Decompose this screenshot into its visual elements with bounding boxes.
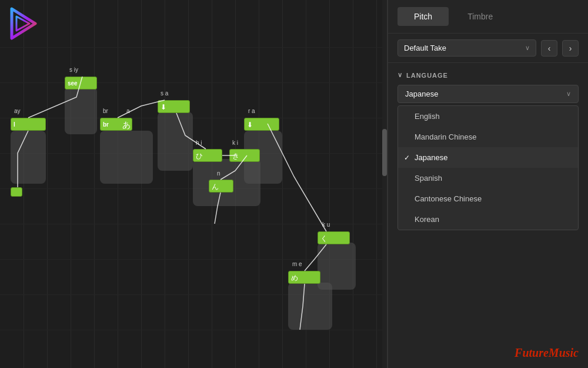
language-option-korean[interactable]: Korean: [398, 209, 578, 230]
toolbar: Pitch Timbre: [388, 0, 588, 34]
right-panel: Pitch Timbre Default Take ∨ ‹ › ∨ LANGUA…: [388, 0, 588, 368]
cantonese-label: Cantonese Chinese: [415, 194, 482, 203]
language-dropdown: English Mandarin Chinese ✓ Japanese Span…: [397, 105, 579, 230]
phoneme-hi: h i: [196, 140, 202, 146]
language-chevron-icon: ∨: [566, 90, 571, 98]
note-hi[interactable]: ひ: [193, 149, 222, 162]
section-collapse-icon[interactable]: ∨: [397, 71, 403, 79]
waveform-6: [288, 283, 332, 330]
waveform-2: [100, 131, 153, 184]
phoneme-siy: s iy: [69, 67, 78, 73]
scrollbar-track[interactable]: [382, 0, 387, 368]
waveform-7: [318, 243, 356, 290]
note-ku[interactable]: く: [318, 231, 350, 244]
note-ki[interactable]: き: [229, 149, 260, 162]
phoneme-sa: s a: [161, 90, 168, 97]
next-take-btn[interactable]: ›: [562, 40, 579, 57]
language-option-mandarin[interactable]: Mandarin Chinese: [398, 127, 578, 147]
english-label: English: [415, 112, 440, 121]
note-low[interactable]: [11, 187, 22, 197]
waveform-3: [158, 112, 193, 171]
note-see[interactable]: see: [65, 77, 97, 89]
scrollbar-thumb[interactable]: [382, 129, 387, 176]
take-row: Default Take ∨ ‹ ›: [388, 34, 588, 63]
waveform-1: [11, 131, 46, 184]
note-me[interactable]: め: [288, 271, 320, 284]
piano-roll[interactable]: see s iy I ay br br あ a ⬇ s a ⬇ r a ひ h …: [0, 0, 388, 368]
phoneme-n: n: [217, 170, 220, 177]
korean-label: Korean: [415, 215, 439, 224]
note-n[interactable]: ん: [209, 180, 233, 193]
phoneme-symbol-1: あ: [122, 120, 131, 131]
app-logo: [6, 6, 41, 41]
language-section-header: ∨ LANGUAGE: [397, 71, 579, 79]
note-sa[interactable]: ⬇: [158, 100, 190, 113]
note-I[interactable]: I: [11, 118, 46, 131]
section-title: LANGUAGE: [406, 72, 448, 79]
language-select-btn[interactable]: Japanese ∨: [397, 85, 579, 103]
language-option-spanish[interactable]: Spanish: [398, 168, 578, 188]
language-current-value: Japanese: [405, 89, 438, 98]
language-option-japanese[interactable]: ✓ Japanese: [398, 147, 578, 168]
phoneme-me: m e: [292, 261, 302, 267]
language-section: ∨ LANGUAGE Japanese ∨ English Mandarin C…: [388, 63, 588, 230]
japanese-label: Japanese: [415, 153, 447, 162]
phoneme-ay: ay: [14, 108, 21, 114]
mandarin-label: Mandarin Chinese: [415, 132, 477, 141]
prev-take-btn[interactable]: ‹: [541, 40, 557, 57]
timbre-tab[interactable]: Timbre: [451, 7, 509, 26]
language-option-cantonese[interactable]: Cantonese Chinese: [398, 188, 578, 209]
language-option-english[interactable]: English: [398, 106, 578, 127]
spanish-label: Spanish: [415, 174, 442, 183]
note-ra[interactable]: ⬇: [244, 118, 279, 131]
check-icon: ✓: [404, 154, 410, 162]
futuremusic-branding: FutureMusic: [514, 346, 579, 360]
waveform-8: [65, 87, 97, 134]
take-label: Default Take: [404, 44, 446, 52]
phoneme-ra: r a: [248, 108, 255, 114]
take-chevron: ∨: [525, 44, 530, 52]
phoneme-ki: k i: [232, 140, 238, 146]
take-selector[interactable]: Default Take ∨: [397, 39, 536, 57]
phoneme-ku: k u: [322, 221, 330, 228]
phoneme-a: a: [126, 108, 130, 114]
pitch-tab[interactable]: Pitch: [397, 7, 449, 26]
phoneme-br: br: [103, 108, 108, 114]
